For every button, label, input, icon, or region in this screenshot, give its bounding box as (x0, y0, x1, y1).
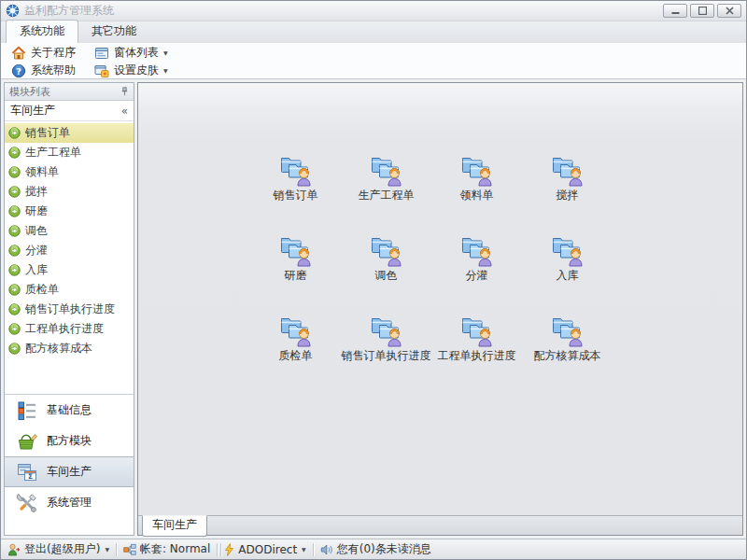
sidebar-item-label: 研磨 (25, 203, 48, 219)
nav-workshop-production[interactable]: Σ 车间生产 (5, 456, 134, 487)
folder-user-icon (369, 152, 404, 187)
green-arrow-icon (8, 343, 21, 355)
sidebar-panel-header: 模块列表 (5, 83, 134, 101)
shortcut-label: 销售订单执行进度 (342, 348, 431, 364)
sidebar-item-label: 搅拌 (25, 184, 48, 200)
green-arrow-icon (8, 323, 21, 335)
window-list-button[interactable]: 窗体列表 ▼ (92, 45, 171, 61)
shortcut-item[interactable]: 调色 (341, 232, 431, 285)
shortcut-item[interactable]: 领料单 (431, 152, 522, 204)
sidebar-item-label: 调色 (25, 223, 48, 239)
shortcut-label: 工程单执行进度 (438, 348, 516, 364)
shortcut-label: 销售订单 (274, 188, 318, 203)
account-set-panel: 帐套: Normal (123, 541, 210, 557)
logout-button[interactable]: 登出(超级用户) ▼ (7, 541, 109, 557)
system-help-button[interactable]: ? 系统帮助 (8, 63, 78, 78)
shortcut-label: 研磨 (285, 268, 307, 284)
sidebar-spacer (5, 358, 134, 394)
basket-icon (16, 430, 38, 453)
about-program-button[interactable]: 关于程序 (8, 45, 78, 61)
ado-direct-button[interactable]: ADODirect ▼ (224, 543, 305, 556)
folder-user-icon (550, 232, 585, 267)
about-program-label: 关于程序 (31, 45, 76, 61)
nav-workshop-production-label: 车间生产 (47, 464, 92, 480)
minimize-button[interactable] (663, 4, 687, 18)
main-document-area: 销售订单 (137, 82, 743, 536)
shortcut-item[interactable]: 质检单 (250, 313, 341, 365)
workshop-production-page: 销售订单 (138, 83, 742, 515)
module-list: 销售订单 生产工程单 (5, 121, 134, 358)
sidebar-item[interactable]: 销售订单执行进度 (5, 300, 134, 319)
sidebar-panel-title: 模块列表 (9, 85, 50, 99)
sidebar-item[interactable]: 调色 (5, 221, 134, 241)
green-arrow-icon (8, 186, 21, 198)
sidebar-item-label: 工程单执行进度 (25, 321, 104, 337)
shortcut-item[interactable]: 配方核算成本 (522, 313, 613, 365)
sidebar-item[interactable]: 分灌 (5, 241, 134, 260)
sidebar-group-title: 车间生产 (10, 103, 55, 119)
tab-other-functions[interactable]: 其它功能 (78, 21, 149, 43)
sidebar-bottom-pad (5, 518, 134, 535)
ribbon-row-2: ? 系统帮助 设置皮肤 ▼ (5, 62, 746, 79)
sidebar-item[interactable]: 质检单 (5, 280, 134, 300)
statusbar-separator (116, 543, 117, 556)
pin-icon[interactable] (120, 87, 129, 96)
folder-user-icon (459, 152, 495, 187)
window-controls (663, 4, 741, 18)
dropdown-arrow-icon: ▼ (105, 546, 109, 553)
shortcut-item[interactable]: 销售订单 (250, 152, 341, 204)
set-skin-label: 设置皮肤 (114, 63, 159, 78)
unread-messages-button[interactable]: 您有(0)条未读消息 (320, 541, 431, 557)
sidebar-item[interactable]: 领料单 (5, 162, 134, 182)
shortcut-item[interactable]: 工程单执行进度 (431, 313, 522, 365)
sidebar-item-label: 分灌 (25, 243, 48, 259)
window-list-label: 窗体列表 (114, 45, 159, 61)
sidebar-item[interactable]: 入库 (5, 260, 134, 280)
app-icon (6, 4, 20, 18)
svg-text:?: ? (16, 65, 21, 76)
nav-basic-info-label: 基础信息 (47, 402, 92, 418)
status-bar: 登出(超级用户) ▼ 帐套: Normal ADODir (1, 539, 746, 559)
ribbon-tab-row: 系统功能 其它功能 (1, 21, 746, 43)
sidebar-item[interactable]: 配方核算成本 (5, 339, 134, 358)
shortcut-label: 入库 (557, 268, 579, 284)
sidebar-item[interactable]: 生产工程单 (5, 143, 134, 162)
shortcut-item[interactable]: 销售订单执行进度 (341, 313, 431, 365)
shortcut-label: 领料单 (460, 188, 494, 203)
skin-icon (94, 63, 109, 78)
sidebar-item[interactable]: 销售订单 (5, 123, 134, 143)
collapse-chevron-icon[interactable]: « (121, 105, 128, 118)
bottom-tab-workshop[interactable]: 车间生产 (142, 515, 207, 537)
help-icon: ? (11, 63, 26, 78)
green-arrow-icon (8, 205, 21, 217)
shortcut-item[interactable]: 分灌 (431, 232, 522, 285)
system-help-label: 系统帮助 (31, 63, 76, 78)
sidebar-item[interactable]: 工程单执行进度 (5, 319, 134, 339)
statusbar-separator (217, 543, 218, 556)
app-window: 益利配方管理系统 系统功能 其它功能 (0, 0, 747, 560)
folder-user-icon (278, 313, 314, 347)
shortcut-item[interactable]: 入库 (522, 232, 613, 285)
folder-user-icon (459, 313, 495, 347)
shortcut-label: 调色 (375, 268, 398, 284)
folder-user-icon (369, 313, 404, 347)
nav-system-management[interactable]: 系统管理 (5, 487, 134, 518)
nav-basic-info[interactable]: 基础信息 (5, 395, 134, 426)
shortcut-item[interactable]: 研磨 (250, 232, 341, 285)
folder-user-icon (459, 232, 495, 267)
tab-system-functions[interactable]: 系统功能 (6, 20, 78, 43)
logout-label: 登出(超级用户) (24, 541, 100, 557)
shortcut-item[interactable]: 搅拌 (522, 152, 613, 204)
nav-formula-module[interactable]: 配方模块 (5, 426, 134, 456)
shortcut-item[interactable]: 生产工程单 (341, 152, 431, 204)
folder-user-icon (278, 152, 314, 187)
ribbon-body: 关于程序 窗体列表 ▼ (1, 43, 746, 79)
maximize-button[interactable] (690, 4, 714, 18)
green-arrow-icon (8, 166, 21, 178)
set-skin-button[interactable]: 设置皮肤 ▼ (92, 63, 171, 78)
sidebar-item[interactable]: 研磨 (5, 202, 134, 221)
sidebar-item[interactable]: 搅拌 (5, 182, 134, 202)
nav-formula-module-label: 配方模块 (47, 433, 92, 449)
shortcut-label: 生产工程单 (359, 188, 415, 203)
close-button[interactable] (717, 4, 741, 18)
